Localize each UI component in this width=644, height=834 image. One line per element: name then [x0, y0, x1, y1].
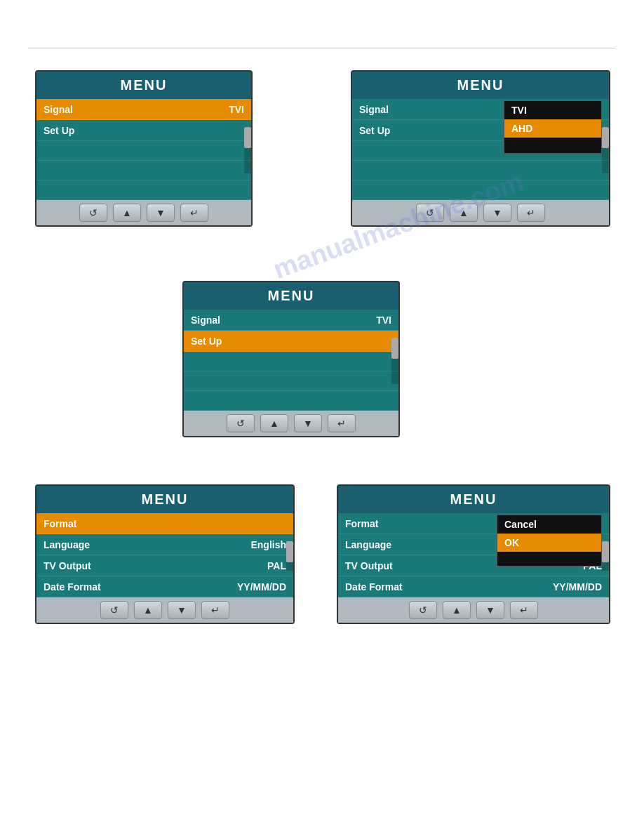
panel1-btn-up[interactable]: ▲ [113, 204, 141, 222]
panel3-row-signal: Signal TVI [184, 310, 398, 331]
panel3-btn-back[interactable]: ↺ [227, 414, 255, 432]
panel3-btn-enter[interactable]: ↵ [328, 414, 356, 432]
menu-panel-1: MENU Signal TVI Set Up ↺ ▲ ▼ ↵ [35, 70, 253, 227]
panel5-scrolltrack [602, 541, 609, 571]
menu-panel-4: MENU Format Language English TV Output P… [35, 484, 295, 624]
panel1-row-signal: Signal TVI [36, 99, 251, 120]
top-divider [28, 48, 616, 48]
panel2-row-empty2 [352, 161, 609, 180]
panel1-btn-back[interactable]: ↺ [79, 204, 107, 222]
panel2-btn-back[interactable]: ↺ [416, 204, 444, 222]
panel4-btn-enter[interactable]: ↵ [201, 601, 229, 619]
panel4-row-format: Format [36, 513, 293, 534]
panel3-scrolltrack [391, 338, 398, 384]
panel3-title: MENU [184, 282, 398, 310]
panel3-row-empty1 [184, 352, 398, 371]
panel4-btn-back[interactable]: ↺ [100, 601, 128, 619]
panel2-btn-enter[interactable]: ↵ [517, 204, 545, 222]
menu-panel-2: MENU Signal Set Up TVI AHD ↺ ▲ ▼ ↵ [351, 70, 610, 227]
panel5-scrollthumb [602, 541, 609, 562]
panel2-btn-down[interactable]: ▼ [483, 204, 511, 222]
panel5-row-dateformat: Date Format YY/MM/DD [338, 576, 609, 597]
panel1-row-empty1 [36, 141, 251, 161]
panel3-btn-down[interactable]: ▼ [294, 414, 322, 432]
panel5-dropdown-ok[interactable]: OK [497, 534, 601, 552]
panel1-title: MENU [36, 72, 251, 99]
panel5-btn-down[interactable]: ▼ [476, 601, 504, 619]
panel4-btnbar: ↺ ▲ ▼ ↵ [36, 597, 293, 623]
menu-panel-5: MENU Format Language TV Output PAL Date … [337, 484, 610, 624]
panel5-btn-enter[interactable]: ↵ [510, 601, 538, 619]
panel1-btnbar: ↺ ▲ ▼ ↵ [36, 200, 251, 225]
panel3-btn-up[interactable]: ▲ [260, 414, 288, 432]
panel4-scrollthumb [286, 541, 293, 562]
panel1-scrollthumb [244, 127, 251, 148]
panel1-row-empty3 [36, 180, 251, 200]
panel4-row-tvoutput: TV Output PAL [36, 555, 293, 576]
panel3-btnbar: ↺ ▲ ▼ ↵ [184, 411, 398, 436]
menu-panel-3: MENU Signal TVI Set Up ↺ ▲ ▼ ↵ [182, 281, 400, 437]
panel4-btn-up[interactable]: ▲ [134, 601, 162, 619]
panel2-btnbar: ↺ ▲ ▼ ↵ [352, 200, 609, 225]
panel3-row-setup: Set Up [184, 331, 398, 352]
panel5-title: MENU [338, 486, 609, 513]
panel3-row-empty3 [184, 391, 398, 411]
panel1-btn-down[interactable]: ▼ [147, 204, 175, 222]
panel5-btn-back[interactable]: ↺ [409, 601, 437, 619]
panel5-dropdown-cancel[interactable]: Cancel [497, 515, 601, 534]
panel2-title: MENU [352, 72, 609, 99]
panel5-btnbar: ↺ ▲ ▼ ↵ [338, 597, 609, 623]
panel1-row-setup: Set Up [36, 120, 251, 141]
panel2-dropdown: TVI AHD [504, 100, 602, 154]
panel4-row-language: Language English [36, 534, 293, 555]
panel4-scrolltrack [286, 541, 293, 571]
panel1-btn-enter[interactable]: ↵ [180, 204, 208, 222]
panel5-btn-up[interactable]: ▲ [443, 601, 471, 619]
panel2-dropdown-ahd[interactable]: AHD [504, 119, 601, 138]
panel4-row-dateformat: Date Format YY/MM/DD [36, 576, 293, 597]
panel2-scrolltrack [602, 127, 609, 173]
panel4-btn-down[interactable]: ▼ [168, 601, 196, 619]
panel3-scrollthumb [391, 338, 398, 359]
panel5-dropdown: Cancel OK [497, 515, 602, 567]
panel1-row-empty2 [36, 161, 251, 180]
panel2-dropdown-tvi[interactable]: TVI [504, 101, 601, 119]
panel1-scrolltrack [244, 127, 251, 173]
panel2-row-empty3 [352, 180, 609, 200]
panel2-btn-up[interactable]: ▲ [450, 204, 478, 222]
panel2-scrollthumb [602, 127, 609, 148]
panel3-row-empty2 [184, 371, 398, 391]
panel4-title: MENU [36, 486, 293, 513]
